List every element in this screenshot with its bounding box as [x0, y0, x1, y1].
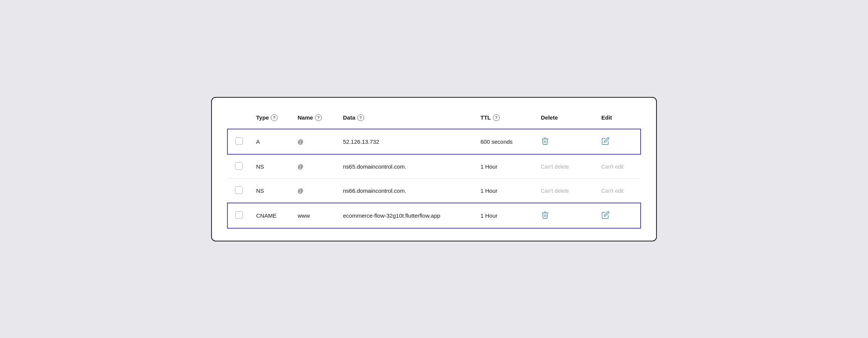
data-cell: ns66.domaincontrol.com.: [337, 178, 474, 203]
delete-header: Delete: [535, 110, 595, 129]
ttl-header: TTL ?: [474, 110, 535, 129]
name-header-label: Name: [298, 114, 313, 121]
edit-cell: Can't edit: [595, 178, 641, 203]
delete-cell: Can't delete: [535, 178, 595, 203]
name-cell: @: [292, 154, 337, 179]
table-row: NS@ns66.domaincontrol.com.1 HourCan't de…: [227, 178, 641, 203]
edit-cell[interactable]: [595, 203, 641, 228]
delete-cell: Can't delete: [535, 154, 595, 179]
table-row: CNAMEwwwecommerce-flow-32g10t.flutterflo…: [227, 203, 641, 228]
table-row: NS@ns65.domaincontrol.com.1 HourCan't de…: [227, 154, 641, 179]
type-header: Type ?: [250, 110, 292, 129]
cant-delete-label: Can't delete: [541, 188, 569, 194]
edit-cell: Can't edit: [595, 154, 641, 179]
type-help-icon[interactable]: ?: [271, 114, 278, 121]
edit-icon[interactable]: [601, 211, 610, 219]
type-cell: NS: [250, 154, 292, 179]
cant-edit-label: Can't edit: [601, 164, 624, 170]
ttl-help-icon[interactable]: ?: [493, 114, 500, 121]
checkbox-cell: [227, 129, 250, 154]
data-cell: 52.126.13.732: [337, 129, 474, 154]
ttl-cell: 1 Hour: [474, 203, 535, 228]
data-header-label: Data: [343, 114, 355, 121]
row-checkbox[interactable]: [235, 137, 243, 145]
checkbox-header: [227, 110, 250, 129]
cant-edit-label: Can't edit: [601, 188, 624, 194]
name-cell: @: [292, 129, 337, 154]
data-header: Data ?: [337, 110, 474, 129]
type-header-label: Type: [256, 114, 269, 121]
dns-table: Type ? Name ? Data ?: [227, 110, 641, 229]
edit-header-label: Edit: [601, 114, 612, 121]
table-row: A@52.126.13.732600 seconds: [227, 129, 641, 154]
delete-icon[interactable]: [541, 137, 549, 145]
row-checkbox[interactable]: [235, 211, 243, 219]
type-cell: A: [250, 129, 292, 154]
dns-records-container: Type ? Name ? Data ?: [211, 97, 657, 241]
delete-icon[interactable]: [541, 211, 549, 219]
delete-header-label: Delete: [541, 114, 558, 121]
edit-cell[interactable]: [595, 129, 641, 154]
edit-header: Edit: [595, 110, 641, 129]
checkbox-cell: [227, 203, 250, 228]
type-cell: CNAME: [250, 203, 292, 228]
ttl-header-label: TTL: [480, 114, 491, 121]
checkbox-cell: [227, 178, 250, 203]
cant-delete-label: Can't delete: [541, 164, 569, 170]
ttl-cell: 1 Hour: [474, 178, 535, 203]
ttl-cell: 1 Hour: [474, 154, 535, 179]
name-header: Name ?: [292, 110, 337, 129]
data-help-icon[interactable]: ?: [357, 114, 364, 121]
delete-cell[interactable]: [535, 203, 595, 228]
name-cell: www: [292, 203, 337, 228]
name-help-icon[interactable]: ?: [315, 114, 322, 121]
row-checkbox[interactable]: [235, 162, 242, 170]
ttl-cell: 600 seconds: [474, 129, 535, 154]
type-cell: NS: [250, 178, 292, 203]
edit-icon[interactable]: [601, 137, 610, 145]
name-cell: @: [292, 178, 337, 203]
delete-cell[interactable]: [535, 129, 595, 154]
checkbox-cell: [227, 154, 250, 179]
data-cell: ecommerce-flow-32g10t.flutterflow.app: [337, 203, 474, 228]
data-cell: ns65.domaincontrol.com.: [337, 154, 474, 179]
row-checkbox[interactable]: [235, 186, 242, 194]
